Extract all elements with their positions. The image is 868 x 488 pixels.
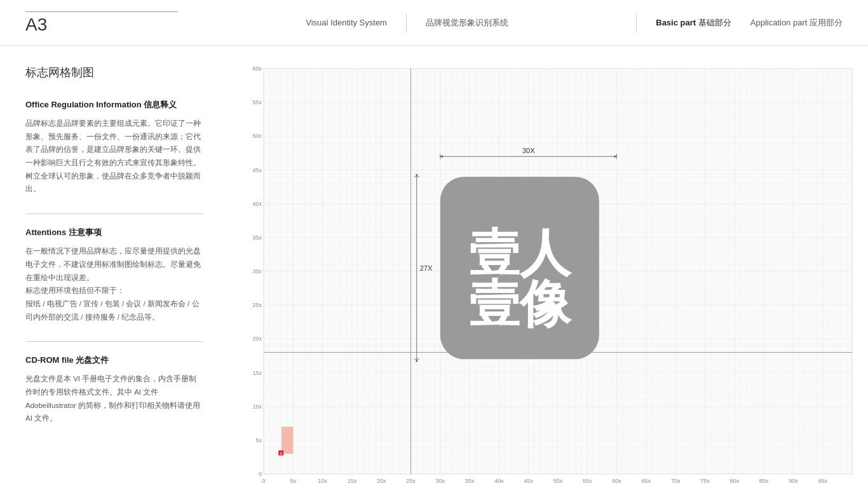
section3-body: 光盘文件是本 VI 手册电子文件的集合，内含手册制作时的专用软件格式文件。其中 …	[25, 372, 203, 425]
svg-text:80x: 80x	[730, 478, 740, 484]
sidebar-section-1: Office Regulation Information 信息释义 品牌标志是…	[25, 99, 203, 196]
svg-text:40x: 40x	[494, 478, 504, 484]
sidebar-section-3: CD-ROM file 光盘文件 光盘文件是本 VI 手册电子文件的集合，内含手…	[25, 355, 203, 425]
vis-system-label: Visual Identity System	[306, 18, 387, 27]
header: A3 Visual Identity System 品牌视觉形象识别系统 Bas…	[0, 0, 868, 46]
header-top-line	[25, 11, 178, 12]
svg-text:90x: 90x	[789, 478, 798, 484]
svg-text:65x: 65x	[642, 478, 651, 484]
basic-part-cn: 基础部分	[698, 18, 731, 27]
svg-text:85x: 85x	[759, 478, 769, 484]
section2-body3: 报纸 / 电视广告 / 宣传 / 包装 / 会议 / 新闻发布会 / 公司内外部…	[25, 297, 203, 323]
section2-body1: 在一般情况下使用品牌标志，应尽量使用提供的光盘电子文件，不建议使用标准制图绘制标…	[25, 245, 203, 284]
sidebar-title: 标志网格制图	[25, 65, 203, 80]
svg-text:20x: 20x	[377, 478, 386, 484]
svg-text:60x: 60x	[612, 478, 621, 484]
app-part-label: Application part 应用部分	[750, 17, 843, 29]
sidebar-section-2: Attentions 注意事项 在一般情况下使用品牌标志，应尽量使用提供的光盘电…	[25, 227, 203, 323]
grid-wrapper: 05x10x15x20x25x30x35x40x45x50x55x60x05x1…	[241, 58, 855, 488]
svg-text:壹人: 壹人	[469, 225, 573, 281]
svg-text:30x: 30x	[252, 268, 262, 274]
svg-text:0: 0	[262, 478, 265, 484]
svg-text:5x: 5x	[290, 478, 297, 484]
svg-text:30x: 30x	[436, 478, 445, 484]
page-label: A3	[25, 16, 178, 34]
header-divider	[406, 13, 407, 32]
svg-text:95x: 95x	[818, 478, 827, 484]
grid-area: 05x10x15x20x25x30x35x40x45x50x55x60x05x1…	[229, 46, 868, 488]
svg-text:60x: 60x	[252, 65, 262, 72]
sidebar: 标志网格制图 Office Regulation Information 信息释…	[0, 46, 229, 488]
header-right: Basic part 基础部分 Application part 应用部分	[636, 13, 843, 32]
svg-text:50x: 50x	[252, 133, 262, 139]
sidebar-divider2	[25, 341, 203, 342]
section2-body2: 标志使用环境包括但不限于：	[25, 284, 203, 297]
brand-cn-label: 品牌视觉形象识别系统	[426, 17, 508, 29]
svg-text:15x: 15x	[252, 370, 262, 376]
svg-text:50x: 50x	[553, 478, 563, 484]
svg-text:x: x	[280, 451, 282, 456]
svg-text:75x: 75x	[700, 478, 710, 484]
sidebar-divider1	[25, 214, 203, 214]
svg-text:25x: 25x	[252, 302, 262, 308]
section1-body: 品牌标志是品牌要素的主要组成元素。它印证了一种形象、预先服务、一份文件、一份通讯…	[25, 117, 203, 196]
svg-text:10x: 10x	[252, 403, 262, 410]
app-part-cn: 应用部分	[810, 18, 843, 27]
svg-text:35x: 35x	[252, 234, 262, 241]
section2-title: Attentions 注意事项	[25, 227, 203, 238]
svg-text:30X: 30X	[522, 147, 535, 154]
main-layout: 标志网格制图 Office Regulation Information 信息释…	[0, 46, 868, 488]
svg-text:70x: 70x	[671, 478, 681, 484]
header-center: Visual Identity System 品牌视觉形象识别系统	[306, 13, 508, 32]
header-divider2	[636, 13, 637, 32]
svg-rect-213	[281, 427, 294, 454]
svg-text:25x: 25x	[406, 478, 416, 484]
grid-svg: 05x10x15x20x25x30x35x40x45x50x55x60x05x1…	[241, 58, 855, 488]
svg-text:55x: 55x	[252, 99, 262, 105]
svg-text:35x: 35x	[465, 478, 475, 484]
header-left: A3	[25, 11, 178, 34]
basic-part-label: Basic part 基础部分	[656, 17, 731, 29]
svg-text:10x: 10x	[318, 478, 327, 484]
svg-text:15x: 15x	[348, 478, 357, 484]
svg-text:45x: 45x	[252, 167, 262, 173]
svg-text:40x: 40x	[252, 201, 262, 207]
svg-text:0: 0	[259, 471, 262, 477]
section1-title: Office Regulation Information 信息释义	[25, 99, 203, 111]
svg-text:27X: 27X	[420, 264, 433, 272]
svg-text:55x: 55x	[583, 478, 592, 484]
svg-text:5x: 5x	[255, 437, 262, 444]
svg-text:壹像: 壹像	[469, 276, 573, 332]
svg-text:20x: 20x	[252, 336, 262, 342]
section3-title: CD-ROM file 光盘文件	[25, 355, 203, 366]
svg-text:45x: 45x	[524, 478, 533, 484]
